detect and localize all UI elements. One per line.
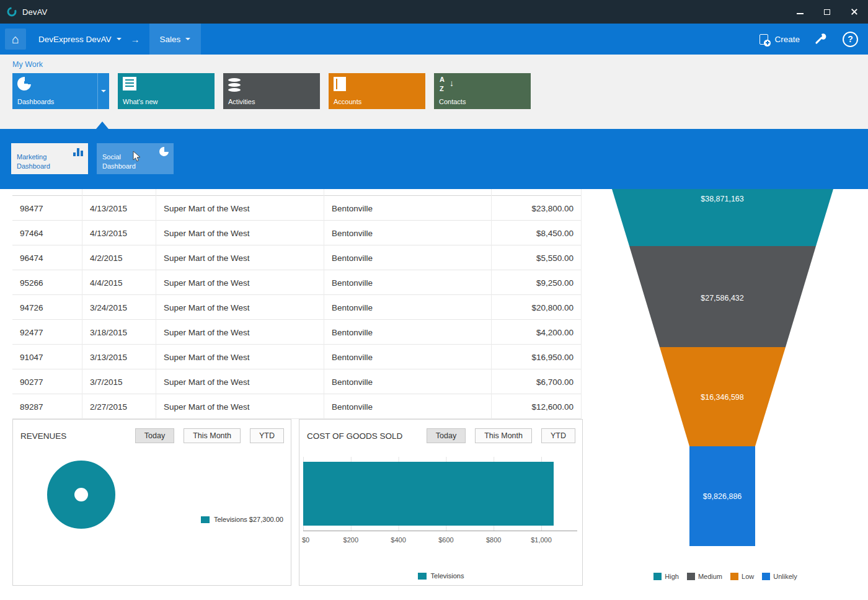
- revenues-donut-chart: [47, 461, 115, 529]
- legend-item[interactable]: Low: [730, 573, 754, 580]
- tile-activities[interactable]: Activities: [223, 73, 320, 109]
- cell-amount: $5,550.00: [492, 245, 582, 270]
- cell-amount: $12,600.00: [492, 394, 582, 419]
- revenues-title: REVENUES: [20, 431, 66, 441]
- table-row[interactable]: 95266 4/4/2015 Super Mart of the West Be…: [12, 270, 582, 295]
- table-row[interactable]: 97464 4/13/2015 Super Mart of the West B…: [12, 221, 582, 245]
- marketing-dashboard-label: Marketing Dashboard: [17, 152, 65, 170]
- tile-contacts[interactable]: A Z ↓ Contacts: [434, 73, 531, 109]
- cell-city: Bentonville: [324, 394, 492, 419]
- tab-sales-label: Sales: [160, 35, 181, 44]
- table-row[interactable]: 89287 2/27/2015 Super Mart of the West B…: [12, 394, 582, 419]
- legend-item[interactable]: High: [653, 573, 679, 580]
- close-icon: [851, 8, 858, 15]
- funnel-legend: High Medium Low Unlikely: [589, 573, 862, 580]
- menu-item-marketing-dashboard[interactable]: Marketing Dashboard: [11, 143, 88, 174]
- table-row[interactable]: 90277 3/7/2015 Super Mart of the West Be…: [12, 369, 582, 394]
- titlebar: DevAV: [0, 0, 868, 24]
- window-controls: [786, 0, 868, 24]
- create-button[interactable]: Create: [760, 34, 800, 45]
- cell-date: 3/7/2015: [82, 369, 156, 394]
- cell-date: 4/2/2015: [82, 245, 156, 270]
- new-document-icon: [760, 34, 768, 45]
- cell-id: 96474: [12, 245, 82, 270]
- tools-icon[interactable]: [815, 32, 828, 47]
- tile-dashboards-dropdown[interactable]: [97, 73, 109, 109]
- axis-tick-label: $800: [486, 536, 501, 544]
- opportunities-funnel-chart: $38,871,163 $27,586,432 $16,346,598 $9,8…: [589, 189, 862, 600]
- tile-dashboards-label: Dashboards: [17, 98, 92, 105]
- tile-whats-new[interactable]: What's new: [118, 73, 215, 109]
- cogs-legend: Televisions: [299, 572, 582, 580]
- navbar-actions: Create ?: [760, 32, 858, 47]
- legend-swatch: [201, 516, 210, 523]
- table-row[interactable]: 92477 3/18/2015 Super Mart of the West B…: [12, 320, 582, 345]
- database-icon: [228, 78, 241, 92]
- cell-id: 90277: [12, 369, 82, 394]
- maximize-icon: [824, 9, 830, 15]
- cell-company: Super Mart of the West: [156, 394, 324, 419]
- funnel-value-high: $38,871,163: [589, 195, 856, 203]
- menu-item-social-dashboard[interactable]: Social Dashboard: [97, 143, 174, 174]
- help-button[interactable]: ?: [843, 32, 858, 47]
- chevron-down-icon: [117, 38, 122, 40]
- tile-dashboards[interactable]: Dashboards: [12, 73, 109, 109]
- axis-tick-label: $1,000: [531, 536, 552, 544]
- cell-date: 4/13/2015: [82, 221, 156, 245]
- maximize-button[interactable]: [813, 0, 841, 24]
- legend-label: Televisions $27,300.00: [214, 516, 283, 523]
- table-row[interactable]: 98477 4/13/2015 Super Mart of the West B…: [12, 196, 582, 221]
- table-row[interactable]: 91047 3/13/2015 Super Mart of the West B…: [12, 345, 582, 369]
- my-work-section: My Work Dashboards What's new Activities: [0, 55, 868, 129]
- legend-label: High: [665, 573, 679, 580]
- tile-contacts-label: Contacts: [439, 98, 526, 105]
- ytd-button[interactable]: YTD: [250, 428, 284, 443]
- home-button[interactable]: ⌂: [5, 29, 26, 50]
- cell-company: Super Mart of the West: [156, 369, 324, 394]
- breadcrumb[interactable]: DevExpress DevAV: [38, 35, 122, 44]
- today-button[interactable]: Today: [135, 428, 174, 443]
- question-icon: ?: [848, 34, 853, 44]
- x-axis-ticks: $0 $200 $400 $600 $800 $1,000: [303, 536, 577, 545]
- this-month-button[interactable]: This Month: [184, 428, 241, 443]
- chevron-down-icon: [101, 90, 106, 92]
- cell-amount: $6,700.00: [492, 369, 582, 394]
- cell-id: 95266: [12, 270, 82, 295]
- cell-id: 97464: [12, 221, 82, 245]
- legend-item[interactable]: Unlikely: [762, 573, 797, 580]
- funnel-value-low: $16,346,598: [589, 393, 856, 402]
- axis-tick-label: $0: [302, 536, 309, 544]
- cogs-range-buttons: Today This Month YTD: [427, 428, 575, 443]
- tab-sales[interactable]: Sales: [149, 24, 202, 55]
- ledger-icon: [334, 77, 346, 91]
- legend-label: Unlikely: [773, 573, 797, 580]
- close-button[interactable]: [841, 0, 868, 24]
- this-month-button[interactable]: This Month: [475, 428, 532, 443]
- ytd-button[interactable]: YTD: [541, 428, 575, 443]
- cell-amount: $9,250.00: [492, 270, 582, 295]
- table-row[interactable]: 94726 3/24/2015 Super Mart of the West B…: [12, 295, 582, 320]
- legend-swatch: [687, 573, 695, 580]
- legend-item[interactable]: Medium: [687, 573, 722, 580]
- window-title: DevAV: [22, 7, 48, 17]
- main-navbar: ⌂ DevExpress DevAV → Sales Create ?: [0, 24, 868, 55]
- cell-amount: $4,200.00: [492, 320, 582, 345]
- cell-date: 3/18/2015: [82, 320, 156, 345]
- my-work-tiles: Dashboards What's new Activities: [12, 73, 531, 109]
- cell-date: 4/4/2015: [82, 270, 156, 295]
- sales-table: 98477 4/13/2015 Super Mart of the West B…: [12, 189, 582, 419]
- breadcrumb-label: DevExpress DevAV: [38, 35, 112, 44]
- cell-amount: $8,450.00: [492, 221, 582, 245]
- cell-date: 4/13/2015: [82, 196, 156, 221]
- cogs-bar-chart: [303, 457, 577, 531]
- cell-city: Bentonville: [324, 345, 492, 369]
- cell-amount: $23,800.00: [492, 196, 582, 221]
- funnel-value-unlikely: $9,826,886: [589, 492, 856, 501]
- newspaper-icon: [123, 77, 136, 90]
- today-button[interactable]: Today: [427, 428, 466, 443]
- arrow-right-icon: →: [131, 34, 140, 45]
- minimize-button[interactable]: [786, 0, 813, 24]
- cell-company: Super Mart of the West: [156, 245, 324, 270]
- table-row[interactable]: 96474 4/2/2015 Super Mart of the West Be…: [12, 245, 582, 270]
- tile-accounts[interactable]: Accounts: [329, 73, 425, 109]
